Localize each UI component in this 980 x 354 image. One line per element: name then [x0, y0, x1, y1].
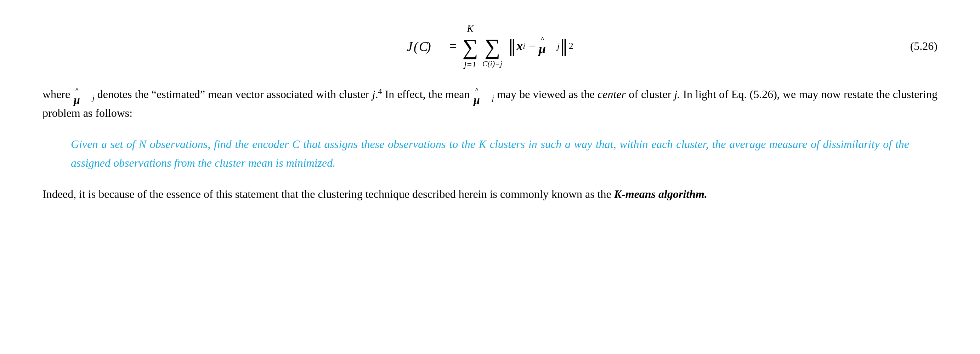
svg-text:^: ^ — [475, 87, 479, 94]
blue-block-text: Given a set of N observations, find the … — [71, 138, 909, 169]
subscript-j-mu: j — [557, 40, 560, 52]
svg-text:): ) — [426, 39, 431, 54]
norm-expression: ‖ x i − ^ μ j ‖ 2 — [508, 35, 573, 57]
norm-right: ‖ — [560, 38, 568, 54]
minus-sign: − — [529, 37, 536, 56]
equation-block: J ( C ) = K ∑ j=1 ∑ C(i)=j ‖ x i − — [43, 21, 937, 71]
equation-number: (5.26) — [910, 38, 937, 54]
first-sum: K ∑ j=1 — [463, 21, 478, 71]
subscript-j-inline-2: j — [492, 94, 494, 102]
svg-text:J: J — [407, 39, 413, 54]
para1-text3: may be viewed as the — [497, 88, 598, 100]
sum-top-k: K — [467, 21, 474, 36]
svg-text:μ: μ — [73, 94, 80, 106]
mu-hat-j-inline: ^ μ — [73, 85, 89, 103]
para1-text4: of cluster — [628, 88, 674, 100]
paragraph-1: where ^ μ j denotes the “estimated” mean… — [43, 85, 937, 122]
second-sum: ∑ C(i)=j — [482, 23, 502, 69]
subscript-j-inline: j — [92, 94, 94, 102]
italic-center: center — [598, 88, 626, 100]
superscript-2: 2 — [569, 39, 573, 53]
svg-text:μ: μ — [538, 42, 546, 56]
svg-text:μ: μ — [473, 94, 480, 106]
sigma-symbol-1: ∑ — [463, 36, 478, 58]
svg-text:(: ( — [414, 39, 419, 54]
sum-bottom-ci: C(i)=j — [482, 58, 502, 69]
subscript-i: i — [523, 40, 525, 52]
paragraph-2: Indeed, it is because of the essence of … — [43, 185, 937, 203]
x-bold-i: x — [516, 37, 523, 56]
italic-j-2: j. — [674, 88, 680, 100]
italic-bold-kmeans: K-means algorithm. — [614, 187, 707, 200]
italic-j-1: j — [372, 88, 375, 100]
equation-content: J ( C ) = K ∑ j=1 ∑ C(i)=j ‖ x i − — [407, 21, 573, 71]
sum-top-empty — [491, 23, 493, 36]
equation-lhs: J ( C ) — [407, 35, 442, 57]
mu-hat-j-inline-2: ^ μ — [473, 85, 489, 103]
blue-block: Given a set of N observations, find the … — [71, 135, 909, 172]
equals-sign: = — [449, 36, 457, 56]
sigma-symbol-2: ∑ — [485, 36, 500, 58]
para1-text2: In effect, the mean — [385, 88, 473, 100]
para1-text1: denotes the “estimated” mean vector asso… — [97, 88, 372, 100]
superscript-footnote-4: 4 — [378, 87, 382, 95]
sum-bottom-j1: j=1 — [464, 58, 476, 71]
svg-text:^: ^ — [75, 87, 79, 94]
para2-text1: Indeed, it is because of the essence of … — [43, 187, 611, 200]
mu-hat-bold: ^ μ — [538, 35, 557, 57]
norm-left: ‖ — [508, 38, 516, 54]
word-where: where — [43, 88, 73, 100]
